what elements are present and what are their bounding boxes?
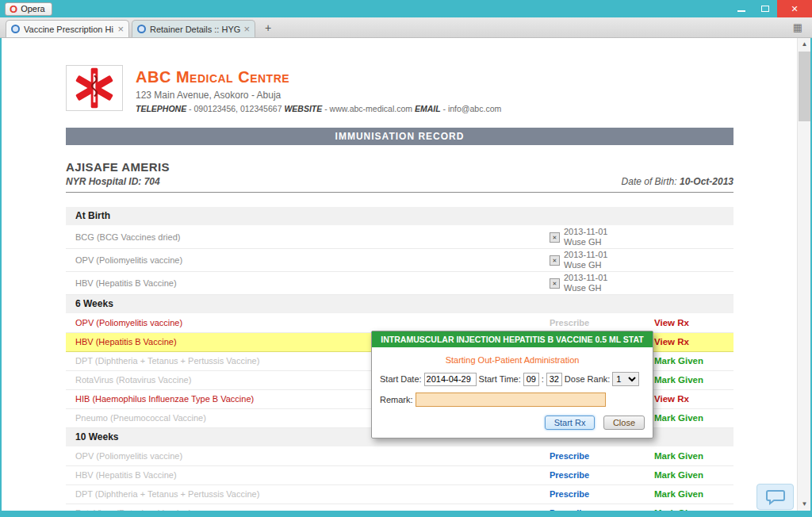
immunisation-record-banner: IMMUNISATION RECORD (66, 128, 733, 145)
prescribe-link: Prescribe (550, 318, 589, 328)
mark-given-link[interactable]: Mark Given (654, 508, 703, 511)
opera-menu-button[interactable]: O Opera (5, 2, 52, 16)
vaccine-name: RotaVirus (Rotavirus Vaccine) (75, 508, 550, 511)
dialog-title: INTRAMUSCULAR INJECTION HEPATITIS B VACC… (372, 331, 653, 347)
close-window-button[interactable]: ✕ (777, 0, 812, 17)
new-tab-button[interactable]: + (258, 21, 278, 36)
row-action-cell: Mark Given (654, 470, 733, 481)
row-action-cell: Mark Given (654, 375, 733, 385)
administration-dialog: INTRAMUSCULAR INJECTION HEPATITIS B VACC… (371, 331, 653, 438)
vaccine-row: HBV (Hepatitis B Vaccine)PrescribeMark G… (66, 466, 733, 485)
tab-close-icon[interactable]: × (117, 25, 124, 34)
chat-bubble-button[interactable] (756, 484, 794, 510)
given-place: Wuse GH (564, 283, 607, 293)
record-icon[interactable]: ✕ (550, 232, 560, 243)
row-action-cell: View Rx (654, 394, 733, 404)
tab-favicon (11, 25, 20, 33)
opera-logo-icon: O (10, 4, 17, 14)
patient-id-row: NYR Hospital ID: 704 Date of Birth: 10-O… (66, 176, 733, 187)
website-label: WEBSITE (284, 104, 322, 113)
mark-given-link[interactable]: Mark Given (654, 451, 703, 461)
remark-label: Remark: (380, 395, 413, 404)
schedule-row: Start Date: Start Time: : Dose Rank: 1 (372, 372, 653, 386)
vaccine-name: DPT (Diphtheria + Tetanus + Pertussis Va… (75, 489, 550, 500)
scroll-thumb[interactable] (799, 52, 810, 121)
start-rx-button[interactable]: Start Rx (545, 416, 596, 430)
vertical-scrollbar[interactable]: ▲ ▼ (797, 38, 810, 511)
hospital-id-value: 704 (141, 176, 159, 187)
section-header: 6 Weeks (66, 295, 733, 314)
row-status-cell: Prescribe (550, 508, 654, 511)
view-rx-link[interactable]: View Rx (654, 394, 689, 404)
row-action-cell: Mark Given (654, 356, 733, 366)
view-rx-link[interactable]: View Rx (654, 337, 689, 347)
vaccine-name: OPV (Poliomyelitis vaccine) (75, 451, 550, 461)
record-icon[interactable]: ✕ (550, 278, 560, 289)
row-action-cell: View Rx (654, 337, 733, 347)
start-date-label: Start Date: (380, 374, 422, 384)
tab-vaccine-prescription[interactable]: Vaccine Prescription Hi... × (6, 20, 129, 37)
start-minute-input[interactable] (546, 373, 562, 386)
date-of-birth: Date of Birth: 10-Oct-2013 (622, 176, 733, 187)
row-status-cell: ✕2013-11-01Wuse GH (550, 250, 654, 270)
mark-given-link[interactable]: Mark Given (654, 375, 703, 385)
mark-given-link[interactable]: Mark Given (654, 470, 703, 480)
vaccine-name: HBV (Hepatitis B Vaccine) (75, 470, 550, 481)
given-place: Wuse GH (564, 260, 607, 270)
view-rx-link[interactable]: View Rx (654, 318, 689, 327)
close-dialog-button[interactable]: Close (603, 416, 645, 430)
vaccine-name: OPV (Poliomyelitis vaccine) (75, 255, 550, 266)
row-status-cell: Prescribe (550, 318, 654, 328)
row-status-cell: ✕2013-11-01Wuse GH (550, 227, 654, 247)
remark-input[interactable] (416, 393, 606, 407)
scroll-down-arrow[interactable]: ▼ (798, 498, 810, 511)
email-label: EMAIL (415, 104, 441, 113)
tab-favicon (137, 25, 146, 33)
clinic-address: 123 Main Avenue, Asokoro - Abuja (136, 90, 501, 101)
prescribe-link[interactable]: Prescribe (550, 451, 589, 461)
clinic-name: ABC Medical Centre (136, 68, 501, 86)
dob-label: Date of Birth: (622, 176, 677, 187)
record-icon[interactable]: ✕ (550, 255, 560, 266)
tab-retainer-details[interactable]: Retainer Details :: HYGE... × (132, 20, 255, 37)
start-hour-input[interactable] (523, 373, 539, 386)
vaccine-name: BCG (BCG Vaccines dried) (75, 232, 550, 243)
close-icon: ✕ (791, 4, 798, 14)
titlebar: O Opera ✕ (0, 0, 812, 17)
scroll-up-arrow[interactable]: ▲ (798, 38, 810, 51)
tile-tabs-icon[interactable]: ▦ (793, 21, 802, 33)
hospital-id: NYR Hospital ID: 704 (66, 176, 160, 187)
opera-menu-label: Opera (21, 4, 45, 13)
given-date: 2013-11-01 (564, 273, 607, 283)
minimize-icon (737, 10, 745, 12)
prescribe-link[interactable]: Prescribe (550, 489, 589, 500)
mark-given-link[interactable]: Mark Given (654, 413, 703, 423)
browser-window: O Opera ✕ Vaccine Prescription Hi... × R… (0, 0, 812, 517)
clinic-header: ABC Medical Centre 123 Main Avenue, Asok… (66, 65, 733, 113)
prescribe-link[interactable]: Prescribe (550, 508, 589, 511)
website-value: - www.abc-medical.com (322, 104, 415, 113)
patient-name: AJISAFE AMERIS (66, 160, 733, 174)
row-status-cell: Prescribe (550, 489, 654, 500)
start-date-input[interactable] (424, 373, 477, 386)
start-time-label: Start Time: (479, 374, 521, 384)
prescribe-link[interactable]: Prescribe (550, 470, 589, 481)
maximize-button[interactable] (753, 0, 777, 17)
dialog-body: Starting Out-Patient Administration Star… (372, 355, 653, 438)
clinic-contact: TELEPHONE - 090123456, 012345667 WEBSITE… (136, 104, 501, 113)
tab-bar: Vaccine Prescription Hi... × Retainer De… (0, 17, 812, 38)
mark-given-link[interactable]: Mark Given (654, 356, 703, 366)
tab-close-icon[interactable]: × (243, 25, 250, 34)
dose-rank-select[interactable]: 1 (612, 372, 639, 386)
minimize-button[interactable] (730, 0, 753, 17)
clinic-meta: ABC Medical Centre 123 Main Avenue, Asok… (136, 65, 501, 113)
email-value: - info@abc.com (441, 104, 502, 113)
row-status-cell: Prescribe (550, 470, 654, 481)
remark-row: Remark: (372, 393, 653, 407)
row-status-cell: Prescribe (550, 451, 654, 461)
dose-rank-label: Dose Rank: (565, 374, 610, 384)
section-header: At Birth (66, 207, 733, 226)
mark-given-link[interactable]: Mark Given (654, 489, 703, 499)
given-date: 2013-11-01 (564, 250, 607, 260)
vaccine-row: OPV (Poliomyelitis vaccine)PrescribeMark… (66, 447, 733, 466)
